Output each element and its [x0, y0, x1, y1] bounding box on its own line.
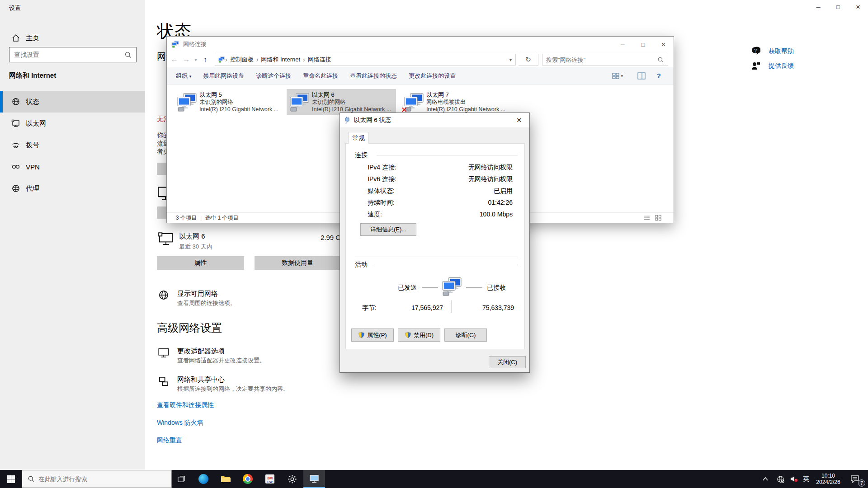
change-view-button[interactable]: ▾: [612, 72, 623, 80]
back-icon[interactable]: ←: [169, 55, 180, 64]
settings-search[interactable]: [9, 47, 137, 62]
sidebar-item-proxy[interactable]: 代理: [0, 178, 145, 199]
duration-label: 持续时间:: [368, 199, 395, 207]
large-icons-view-icon[interactable]: [655, 215, 662, 221]
sidebar-item-status[interactable]: 状态: [0, 91, 145, 113]
view-status-command[interactable]: 查看此连接的状态: [350, 72, 397, 80]
sharing-center-title[interactable]: 网络和共享中心: [177, 375, 225, 384]
organize-menu[interactable]: 组织 ▾: [176, 72, 191, 80]
properties-button[interactable]: 属性(P): [351, 328, 394, 342]
breadcrumb-network-connections[interactable]: 网络连接: [305, 56, 334, 64]
close-button[interactable]: ✕: [848, 0, 868, 14]
explorer-search[interactable]: [542, 54, 668, 66]
explorer-titlebar[interactable]: 网络连接 ─ □ ✕: [167, 37, 674, 52]
preview-pane-icon[interactable]: [637, 72, 646, 80]
adapter-options-desc: 查看网络适配器并更改连接设置。: [177, 357, 265, 365]
sidebar-item-vpn[interactable]: VPN: [0, 156, 145, 178]
app-button-unknown[interactable]: 3MRW: [259, 470, 281, 488]
bytes-sent-value: 17,565,927: [393, 304, 443, 311]
ipv4-label: IPv4 连接:: [368, 164, 396, 172]
refresh-icon[interactable]: ↻: [519, 54, 538, 66]
maximize-button[interactable]: □: [633, 37, 653, 52]
adapter-device: Intel(R) I210 Gigabit Network ...: [426, 106, 505, 113]
file-explorer-button[interactable]: [215, 470, 236, 488]
breadcrumb-network-internet[interactable]: 网络和 Internet: [258, 56, 303, 64]
sidebar-item-home[interactable]: 主页: [0, 27, 145, 49]
ipv6-label: IPv6 连接:: [368, 175, 396, 183]
sidebar-section-header: 网络和 Internet: [9, 71, 56, 80]
adapter-tile-ethernet6[interactable]: 以太网 6 未识别的网络 Intel(R) I210 Gigabit Netwo…: [287, 89, 396, 115]
dialog-titlebar[interactable]: 以太网 6 状态 ✕: [340, 113, 529, 127]
address-dropdown-chevron-icon[interactable]: ▾: [509, 57, 512, 62]
disable-button-label: 禁用(D): [414, 331, 434, 339]
divider: [355, 257, 518, 257]
adapter-device: Intel(R) I210 Gigabit Network ...: [312, 106, 391, 113]
diagnose-button[interactable]: 诊断(G): [444, 328, 487, 342]
adapter-options-title[interactable]: 更改适配器选项: [177, 347, 225, 356]
properties-button[interactable]: 属性: [157, 256, 244, 270]
sidebar-item-ethernet[interactable]: 以太网: [0, 113, 145, 134]
taskbar-search[interactable]: [22, 470, 172, 488]
feedback-link[interactable]: 提供反馈: [769, 62, 794, 70]
edge-browser-button[interactable]: [193, 470, 214, 488]
adapter-tile-ethernet5[interactable]: 以太网 5 未识别的网络 Intel(R) I210 Gigabit Netwo…: [174, 89, 283, 115]
address-location-icon: [218, 56, 225, 63]
settings-sidebar: [0, 0, 145, 470]
forward-icon[interactable]: →: [180, 55, 192, 64]
close-dialog-button[interactable]: 关闭(C): [489, 356, 526, 368]
disable-device-command[interactable]: 禁用此网络设备: [203, 72, 244, 80]
rename-connection-command[interactable]: 重命名此连接: [303, 72, 338, 80]
get-help-link[interactable]: 获取帮助: [769, 47, 794, 56]
network-connections-taskbar-button[interactable]: [303, 470, 325, 488]
help-icon[interactable]: ?: [657, 72, 661, 80]
explorer-search-input[interactable]: [542, 56, 657, 63]
tray-input-language[interactable]: 英: [800, 470, 812, 488]
tray-volume-muted-icon[interactable]: [788, 470, 800, 488]
details-button[interactable]: 详细信息(E)...: [360, 223, 416, 236]
network-adapter-icon: [177, 93, 198, 112]
data-usage-button[interactable]: 数据使用量: [255, 256, 340, 270]
usage-period: 最近 30 天内: [179, 243, 212, 251]
show-networks-title[interactable]: 显示可用网络: [177, 290, 218, 298]
sidebar-item-dialup[interactable]: 拨号: [0, 134, 145, 156]
minimize-button[interactable]: ─: [808, 0, 828, 14]
svg-text:3M: 3M: [267, 476, 273, 480]
minimize-button[interactable]: ─: [613, 37, 633, 52]
maximize-button[interactable]: □: [828, 0, 848, 14]
close-button[interactable]: ✕: [653, 37, 674, 52]
breadcrumb-control-panel[interactable]: 控制面板: [227, 56, 256, 64]
adapter-device: Intel(R) I210 Gigabit Network ...: [199, 106, 278, 113]
settings-app-button[interactable]: [281, 470, 303, 488]
tab-general[interactable]: 常规: [348, 132, 369, 144]
task-view-button[interactable]: [170, 470, 192, 488]
tray-network-globe-icon[interactable]: [774, 470, 787, 488]
start-button[interactable]: [0, 470, 22, 488]
diagnose-connection-command[interactable]: 诊断这个连接: [256, 72, 291, 80]
close-icon[interactable]: ✕: [509, 113, 529, 127]
windows-firewall-link[interactable]: Windows 防火墙: [157, 419, 203, 427]
chrome-browser-button[interactable]: [237, 470, 259, 488]
adapter-tile-ethernet7[interactable]: ✕ 以太网 7 网络电缆被拔出 Intel(R) I210 Gigabit Ne…: [401, 89, 510, 115]
sharing-center-icon: [158, 375, 170, 387]
vpn-icon: [11, 162, 20, 171]
sharing-center-desc: 根据所连接到的网络，决定要共享的内容。: [177, 385, 289, 393]
hardware-properties-link[interactable]: 查看硬件和连接属性: [157, 401, 214, 409]
search-icon: [124, 51, 132, 59]
chrome-icon: [243, 474, 253, 484]
address-bar[interactable]: › 控制面板 › 网络和 Internet › 网络连接 ▾: [215, 54, 516, 66]
tray-clock[interactable]: 10:10 2024/2/26: [812, 470, 844, 488]
network-reset-link[interactable]: 网络重置: [157, 436, 182, 445]
tray-expand-chevron-icon[interactable]: [760, 470, 771, 488]
settings-search-input[interactable]: [9, 51, 124, 58]
recent-locations-chevron-icon[interactable]: ▾: [192, 57, 199, 62]
windows-logo-icon: [7, 475, 15, 483]
change-settings-command[interactable]: 更改此连接的设置: [409, 72, 456, 80]
clock-date: 2024/2/26: [812, 479, 844, 485]
adapter-name: 以太网 6: [312, 91, 391, 99]
details-view-icon[interactable]: [643, 215, 650, 221]
disable-button[interactable]: 禁用(D): [398, 328, 440, 342]
taskbar-search-input[interactable]: [38, 476, 171, 483]
sidebar-item-label: 拨号: [26, 141, 39, 150]
up-icon[interactable]: ↑: [199, 56, 211, 64]
adapter-name: 以太网 5: [199, 91, 278, 99]
